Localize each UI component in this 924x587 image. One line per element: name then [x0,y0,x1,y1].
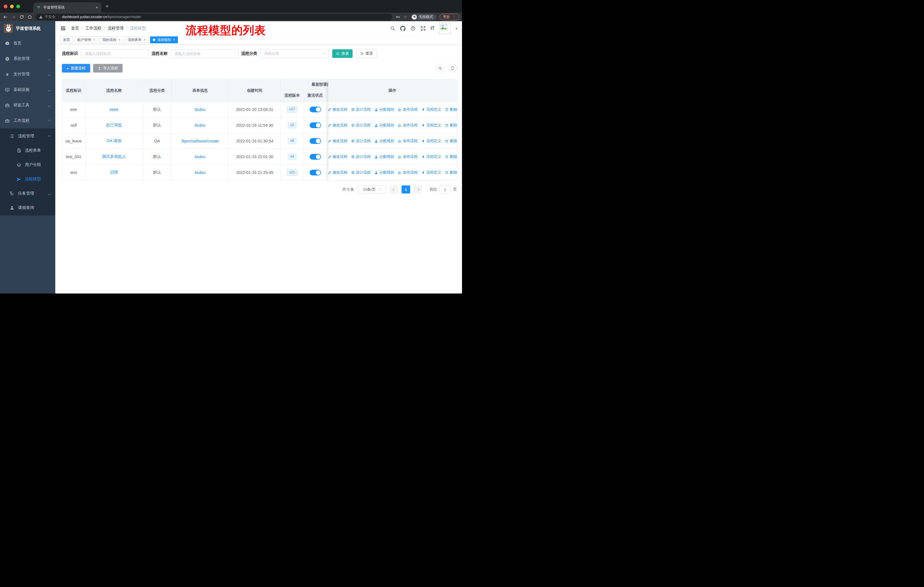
version-badge[interactable]: v5 [288,138,297,144]
action-delete-link[interactable]: 删除 [445,107,457,112]
app-logo[interactable]: 芋道管理系统 [0,21,55,36]
sidebar-item-process-form[interactable]: 流程表单 [0,143,55,158]
action-delete-link[interactable]: 删除 [445,123,457,128]
tag-close-icon[interactable]: × [93,38,95,42]
tag-tenant[interactable]: 租户管理× [74,36,98,43]
breadcrumb-home[interactable]: 首页 [71,26,79,31]
new-tab-button[interactable]: + [106,3,109,10]
browser-tab[interactable]: 芋道管理系统 × [33,2,101,13]
action-design-link[interactable]: ⚙设计流程 [351,139,371,144]
tag-home[interactable]: 首页 [60,36,73,43]
action-definition-link[interactable]: 流程定义 [421,154,441,159]
form-info-link[interactable]: biubiu [195,123,205,127]
action-assign-rule-link[interactable]: 分配规则 [375,107,394,112]
forward-icon[interactable] [11,15,16,20]
action-definition-link[interactable]: 流程定义 [421,123,441,128]
sidebar-item-workflow[interactable]: 工作流程 [0,113,55,128]
back-icon[interactable] [3,15,8,20]
sidebar-item-payment[interactable]: ¥ 支付管理 [0,66,55,82]
tag-process-form[interactable]: 流程表单× [125,36,148,43]
version-badge[interactable]: v4 [288,154,297,160]
process-name-link[interactable]: 测试多审批人 [102,154,126,159]
action-design-link[interactable]: ⚙设计流程 [351,107,371,112]
search-button[interactable]: 搜索 [332,49,353,58]
url-bar[interactable]: 不安全 dashboard.yudao.iocoder.cn/bpm/manag… [36,14,392,20]
prev-page-button[interactable] [389,185,398,193]
sidebar-item-leave-query[interactable]: 请假查询 [0,201,55,215]
sidebar-item-process-mgmt[interactable]: 流程管理 [0,129,55,143]
tag-my-process[interactable]: 我的流程× [100,36,123,43]
sidebar-item-infra[interactable]: 基础设施 [0,82,55,98]
tag-close-icon[interactable]: × [173,38,175,42]
home-icon[interactable] [28,15,32,19]
action-design-link[interactable]: ⚙设计流程 [351,154,371,159]
version-badge[interactable]: v17 [287,106,297,112]
action-deploy-link[interactable]: 发布流程 [398,107,417,112]
font-size-icon[interactable]: tT [431,26,434,31]
zoom-window-button[interactable] [16,5,20,8]
sidebar-item-system[interactable]: 系统管理 [0,51,55,66]
action-delete-link[interactable]: 删除 [445,139,457,144]
tag-close-icon[interactable]: × [118,38,120,42]
action-modify-link[interactable]: 修改流程 [328,170,347,175]
show-search-icon[interactable] [436,64,444,73]
breadcrumb-process-mgmt[interactable]: 流程管理 [108,26,124,31]
action-assign-rule-link[interactable]: 分配规则 [375,123,394,128]
action-delete-link[interactable]: 删除 [445,170,457,175]
active-toggle[interactable] [310,138,321,144]
avatar-caret-icon[interactable]: ▾ [455,26,457,30]
action-modify-link[interactable]: 修改流程 [328,154,347,159]
action-assign-rule-link[interactable]: 分配规则 [375,154,394,159]
action-assign-rule-link[interactable]: 分配规则 [375,139,394,144]
sidebar-item-home[interactable]: 首页 [0,36,55,51]
bookmark-star-icon[interactable]: ☆ [404,14,407,20]
action-assign-rule-link[interactable]: 分配规则 [375,170,394,175]
category-select[interactable]: 流程分类 [261,49,328,58]
process-name-link[interactable]: 滔博 [110,170,118,175]
action-definition-link[interactable]: 流程定义 [421,107,441,112]
tab-close-icon[interactable]: × [96,5,98,10]
key-icon[interactable] [396,15,400,19]
sidebar-item-task-mgmt[interactable]: 任务管理 [0,186,55,201]
action-design-link[interactable]: ⚙设计流程 [351,170,371,175]
current-page-button[interactable]: 1 [402,185,410,193]
version-badge[interactable]: v2 [288,122,297,128]
action-deploy-link[interactable]: 发布流程 [398,170,417,175]
action-definition-link[interactable]: 流程定义 [421,139,441,144]
minimize-window-button[interactable] [10,5,14,8]
process-id-input[interactable] [81,49,149,58]
action-deploy-link[interactable]: 发布流程 [398,154,417,159]
browser-update-button[interactable]: 更新 ⋮ [440,14,459,20]
breadcrumb-workflow[interactable]: 工作流程 [85,26,101,31]
help-icon[interactable] [411,26,416,31]
sidebar-item-process-model[interactable]: 流程模型 [0,172,55,186]
active-toggle[interactable] [310,122,321,128]
sidebar-item-user-group[interactable]: 用户分组 [0,158,55,172]
action-deploy-link[interactable]: 发布流程 [398,139,417,144]
process-name-link[interactable]: OA 请假 [107,139,121,144]
goto-page-input[interactable] [439,185,451,193]
active-toggle[interactable] [310,154,321,160]
sidebar-item-devtools[interactable]: 研发工具 [0,98,55,113]
next-page-button[interactable] [414,185,422,193]
import-process-button[interactable]: 导入流程 [93,64,122,73]
fullscreen-icon[interactable] [421,26,426,31]
action-deploy-link[interactable]: 发布流程 [398,123,417,128]
search-icon[interactable] [390,26,395,31]
action-delete-link[interactable]: 删除 [445,154,457,159]
avatar[interactable] [439,23,450,34]
create-process-button[interactable]: + 新建流程 [62,64,90,73]
reset-button[interactable]: 重置 [356,49,377,58]
action-modify-link[interactable]: 修改流程 [328,139,347,144]
form-info-link[interactable]: biubiu [195,154,205,159]
browser-menu-icon[interactable]: ⋮ [452,15,456,19]
page-size-select[interactable]: 10条/页 [358,185,386,193]
action-definition-link[interactable]: 流程定义 [421,170,441,175]
github-icon[interactable] [400,26,406,31]
process-name-link[interactable]: eeee [109,107,118,112]
action-design-link[interactable]: ⚙设计流程 [351,123,371,128]
version-badge[interactable]: v21 [287,169,297,176]
active-toggle[interactable] [310,107,321,112]
form-info-link[interactable]: biubiu [195,107,205,112]
reload-icon[interactable] [20,15,24,19]
